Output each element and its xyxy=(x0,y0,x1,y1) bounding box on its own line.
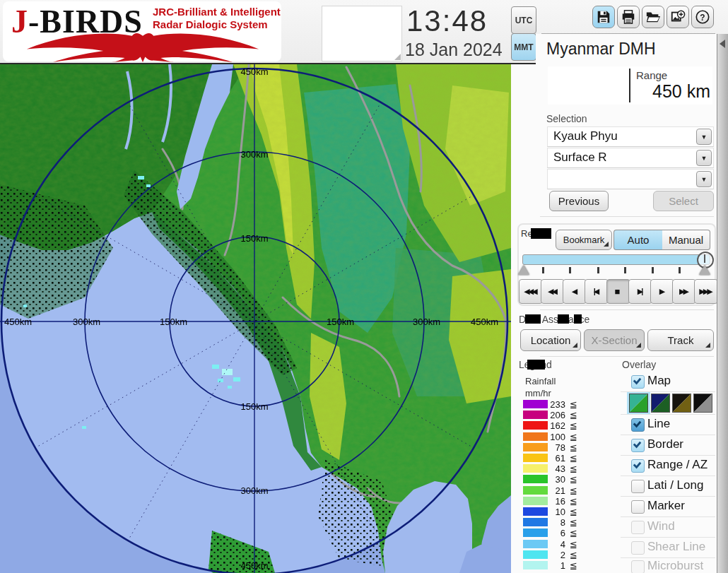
overlay-item-shear-line: Shear Line xyxy=(647,540,705,554)
legend-suffix: ≦ xyxy=(570,432,577,442)
resize-grip[interactable] xyxy=(394,54,401,60)
overlay-item-border[interactable]: Border xyxy=(647,437,683,451)
ring-label: 150km xyxy=(240,401,268,412)
open-folder-button[interactable] xyxy=(642,6,664,28)
legend-unit: mm/hr xyxy=(525,388,551,398)
divider xyxy=(540,216,714,217)
overlay-label: Overlay xyxy=(622,359,656,370)
ring-label: 300km xyxy=(240,485,268,496)
legend-value: 2 xyxy=(539,550,565,560)
legend-suffix: ≦ xyxy=(570,550,577,560)
map-style-swatch-4[interactable] xyxy=(693,394,712,413)
track-button[interactable]: Track xyxy=(647,329,714,351)
help-icon: ? xyxy=(695,9,710,25)
logo-subtitle-2: Radar Dialogic System xyxy=(153,18,268,30)
site-dropdown-value: Kyauk Phyu xyxy=(553,129,618,143)
select-button[interactable]: Select xyxy=(653,191,714,211)
map-style-swatch-2[interactable] xyxy=(651,394,670,413)
overlay-item-range-az[interactable]: Range / AZ xyxy=(647,458,708,472)
bookmark-button[interactable]: Bookmark xyxy=(556,230,612,250)
auto-button[interactable]: Auto xyxy=(613,230,663,250)
checkbox-shear-line xyxy=(631,541,645,555)
collapse-arrow-icon xyxy=(720,40,725,48)
overlay-item-microburst: Microburst xyxy=(647,559,703,573)
add-image-button[interactable] xyxy=(667,6,689,28)
divider xyxy=(621,496,715,497)
manual-button[interactable]: Manual xyxy=(662,230,710,250)
product-dropdown[interactable]: Surface R ▼ xyxy=(547,148,714,168)
print-button[interactable] xyxy=(617,6,640,28)
check-icon xyxy=(632,460,642,471)
range-box: Range 450 km xyxy=(548,66,712,105)
checkbox-lati-long[interactable] xyxy=(631,480,645,493)
utc-button[interactable]: UTC xyxy=(511,6,536,34)
mmt-button[interactable]: MMT xyxy=(511,33,536,61)
ring-label: 300km xyxy=(413,317,440,327)
play-button[interactable]: ▶ xyxy=(650,279,674,304)
chevron-down-icon[interactable]: ▼ xyxy=(696,129,712,145)
help-button[interactable]: ? xyxy=(691,6,714,28)
chevron-down-icon[interactable]: ▼ xyxy=(696,171,712,187)
overlay-item-lati-long[interactable]: Lati / Long xyxy=(647,478,703,492)
legend-suffix: ≦ xyxy=(570,517,577,528)
ring-label: 150km xyxy=(160,317,187,327)
replay-timeline-track[interactable] xyxy=(522,254,710,265)
step-back-button[interactable]: |◀ xyxy=(585,279,609,304)
legend-title: Rainfall xyxy=(525,376,556,386)
map-style-swatch-1[interactable] xyxy=(629,394,648,413)
site-dropdown[interactable]: Kyauk Phyu ▼ xyxy=(547,126,714,147)
map-style-swatch-3[interactable] xyxy=(672,394,691,413)
text-selection-artifact xyxy=(574,314,582,324)
legend-value: 8 xyxy=(539,517,565,528)
ring-label: 450km xyxy=(4,317,32,327)
divider xyxy=(621,557,715,558)
divider xyxy=(621,537,715,538)
timeline-start-marker[interactable] xyxy=(518,265,529,275)
divider xyxy=(621,455,715,456)
previous-button[interactable]: Previous xyxy=(549,191,609,211)
save-icon xyxy=(596,9,611,25)
clock-date: 18 Jan 2024 xyxy=(405,40,503,60)
x-section-button[interactable]: X-Section xyxy=(584,329,645,351)
location-button[interactable]: Location xyxy=(520,329,581,351)
legend-value: 6 xyxy=(539,528,565,538)
checkbox-range-az[interactable] xyxy=(631,459,645,473)
divider xyxy=(540,356,714,357)
fast-rewind-3x-button[interactable]: ◀◀◀ xyxy=(519,279,543,304)
timeline-end-marker[interactable] xyxy=(699,265,710,275)
radar-map[interactable]: 450km 300km 150km 150km 300km 450km 450k… xyxy=(0,64,511,573)
svg-text:?: ? xyxy=(700,13,705,23)
overlay-item-wind: Wind xyxy=(647,519,675,533)
range-divider xyxy=(629,69,630,102)
jbirds-logo: J-BIRDS JRC-Brilliant & Intelligent Rada… xyxy=(3,1,281,61)
legend-value: 21 xyxy=(539,485,565,496)
legend-suffix: ≦ xyxy=(570,560,577,571)
legend-value: 43 xyxy=(539,463,565,474)
panel-collapse-strip[interactable] xyxy=(717,34,728,573)
legend-suffix: ≦ xyxy=(570,474,577,485)
stop-button[interactable]: ■ xyxy=(606,279,630,304)
play-reverse-button[interactable]: ◀ xyxy=(563,279,587,304)
checkbox-line[interactable] xyxy=(631,418,645,432)
fast-forward-3x-button[interactable]: ▶▶▶ xyxy=(694,279,718,304)
fast-rewind-2x-button[interactable]: ◀◀ xyxy=(541,279,565,304)
save-button[interactable] xyxy=(592,6,615,28)
overlay-item-marker[interactable]: Marker xyxy=(647,499,685,513)
legend-value: 10 xyxy=(539,507,565,517)
checkbox-border[interactable] xyxy=(631,439,645,452)
fast-forward-2x-button[interactable]: ▶▶ xyxy=(672,279,696,304)
text-selection-artifact xyxy=(527,360,545,370)
step-forward-button[interactable]: ▶| xyxy=(628,279,652,304)
legend-suffix: ≦ xyxy=(570,507,577,517)
text-selection-artifact xyxy=(558,314,569,324)
ring-label: 450km xyxy=(240,560,268,571)
divider xyxy=(621,475,715,476)
eagle-logo xyxy=(7,31,278,62)
checkbox-map[interactable] xyxy=(631,375,645,389)
overlay-item-line[interactable]: Line xyxy=(647,417,670,431)
station-title: Myanmar DMH xyxy=(546,40,656,59)
extra-dropdown[interactable]: ▼ xyxy=(547,169,714,189)
chevron-down-icon[interactable]: ▼ xyxy=(696,150,712,166)
checkbox-marker[interactable] xyxy=(631,500,645,514)
overlay-item-map[interactable]: Map xyxy=(647,374,671,388)
